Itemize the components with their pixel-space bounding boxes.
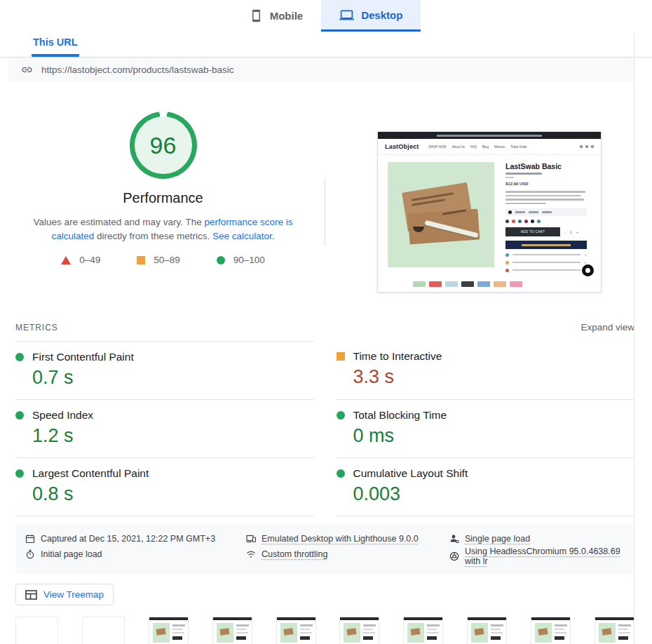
variant-swatch [494, 281, 506, 287]
performance-score-value: 96 [150, 132, 177, 159]
quantity-stepper: - 1 + [564, 230, 580, 234]
variant-swatch [461, 281, 474, 287]
run-info-col: Single page load Using HeadlessChromium … [449, 531, 625, 566]
variant-swatch [510, 281, 522, 287]
scroll-rule [634, 34, 634, 644]
expand-view-button[interactable]: Expand view [580, 322, 634, 333]
run-info-item: Custom throttling [246, 546, 449, 562]
site-header-icons [580, 145, 594, 148]
metric-status-icon [15, 353, 24, 361]
metric-value: 0.003 [353, 483, 635, 505]
run-info-text: Initial page load [41, 549, 102, 559]
score-section: 96 Performance Values are estimated and … [0, 101, 652, 293]
site-nav-link: Mission [494, 145, 505, 149]
mobile-phone-icon [250, 9, 263, 22]
final-screenshot: LastObject SHOP NOWAbout UsFAQBlogMissio… [377, 131, 602, 293]
metrics-header: METRICS Expand view [15, 322, 634, 333]
run-info-item: Using HeadlessChromium 95.0.4638.69 with… [449, 546, 625, 566]
metric-label: Total Blocking Time [353, 409, 447, 422]
promo-banner [505, 241, 587, 249]
type-selector [505, 208, 587, 216]
filmstrip-thumbnail [339, 617, 379, 644]
view-treemap-label: View Treemap [43, 589, 104, 600]
feature-row: + [505, 253, 587, 257]
throttling-wifi-icon [246, 549, 256, 559]
run-info-item: Single page load [449, 531, 625, 546]
divider [325, 178, 325, 246]
desktop-laptop-icon [339, 8, 354, 22]
calendar-icon [25, 534, 35, 544]
metric-value: 1.2 s [32, 425, 314, 447]
metric-value: 0.8 s [32, 483, 314, 505]
variant-swatch [429, 281, 442, 287]
treemap-icon [25, 590, 37, 600]
metric-status-icon [337, 411, 345, 420]
tab-mobile-label: Mobile [270, 10, 304, 22]
filmstrip-thumbnail [149, 617, 189, 644]
legend-shape-icon [217, 256, 225, 264]
score-legend: 0–49 50–89 90–100 [0, 255, 326, 265]
filmstrip-thumbnail [467, 617, 507, 644]
run-info-strip: Captured at Dec 15, 2021, 12:22 PM GMT+3… [15, 523, 634, 574]
single-load-icon [449, 534, 459, 544]
analyzed-url: https://lastobject.com/products/lastswab… [41, 65, 234, 75]
variant-swatch [477, 281, 490, 287]
url-tab-row: This URL [0, 32, 652, 58]
psi-report-page: Mobile Desktop This URL https://lastobje… [0, 0, 652, 644]
metric-item: Time to Interactive 3.3 s [337, 341, 635, 400]
color-selector [505, 220, 587, 223]
metric-status-icon [15, 411, 24, 420]
metric-label: First Contentful Paint [32, 351, 134, 363]
legend-range: 50–89 [154, 255, 180, 265]
site-nav: SHOP NOWAbout UsFAQBlogMissionTrack Orde… [429, 145, 573, 149]
tab-this-url[interactable]: This URL [32, 34, 79, 57]
emulated-device-icon [246, 534, 256, 544]
metric-label: Cumulative Layout Shift [353, 467, 468, 480]
metric-status-icon [337, 352, 345, 361]
legend-shape-icon [61, 256, 71, 264]
add-to-cart-button: ADD TO CART [505, 227, 560, 236]
feature-row: + [505, 260, 587, 264]
score-disclaimer: Values are estimated and may vary. The p… [13, 215, 314, 243]
run-info-text: Custom throttling [262, 549, 327, 559]
color-dot [518, 220, 522, 223]
url-bar: https://lastobject.com/products/lastswab… [8, 58, 634, 81]
site-header: LastObject SHOP NOWAbout UsFAQBlogMissio… [378, 139, 601, 155]
chromium-icon [449, 551, 459, 561]
feature-row: + [505, 268, 587, 272]
performance-score-panel: 96 Performance Values are estimated and … [0, 101, 326, 293]
color-dot [524, 220, 528, 223]
metric-item: Speed Index 1.2 s [15, 400, 314, 458]
filmstrip-thumbnail [15, 617, 58, 644]
tab-mobile[interactable]: Mobile [231, 0, 322, 32]
tab-desktop[interactable]: Desktop [321, 0, 421, 32]
site-nav-link: Blog [482, 145, 489, 149]
view-treemap-button[interactable]: View Treemap [15, 584, 114, 605]
metric-value: 3.3 s [353, 366, 635, 388]
run-info-col: Emulated Desktop with Lighthouse 9.0.0 C… [246, 531, 449, 566]
see-calculator-link[interactable]: See calculator. [212, 231, 275, 241]
product-image [388, 162, 494, 267]
filmstrip-thumbnail [595, 617, 634, 644]
metric-label: Largest Contentful Paint [32, 467, 149, 480]
legend-range: 0–49 [79, 255, 100, 265]
metrics-heading: METRICS [15, 323, 58, 333]
metric-item: Total Blocking Time 0 ms [337, 400, 635, 458]
metric-label: Time to Interactive [353, 350, 442, 363]
product-price: $12.00 USD [505, 182, 587, 186]
metric-value: 0 ms [353, 425, 635, 447]
stopwatch-icon [25, 549, 35, 559]
legend-item: 0–49 [61, 255, 100, 265]
metric-item: Cumulative Layout Shift 0.003 [337, 458, 635, 516]
color-dot [512, 220, 515, 223]
site-nav-link: FAQ [470, 145, 477, 149]
variant-swatch [413, 281, 426, 287]
site-nav-link: About Us [451, 145, 465, 149]
color-dot [531, 220, 534, 223]
performance-title: Performance [0, 190, 326, 206]
run-info-text: Using HeadlessChromium 95.0.4638.69 with… [465, 546, 625, 566]
filmstrip-thumbnail [212, 617, 252, 644]
filmstrip [15, 617, 634, 644]
run-info-text: Single page load [465, 534, 530, 544]
filmstrip-thumbnail [403, 617, 443, 644]
